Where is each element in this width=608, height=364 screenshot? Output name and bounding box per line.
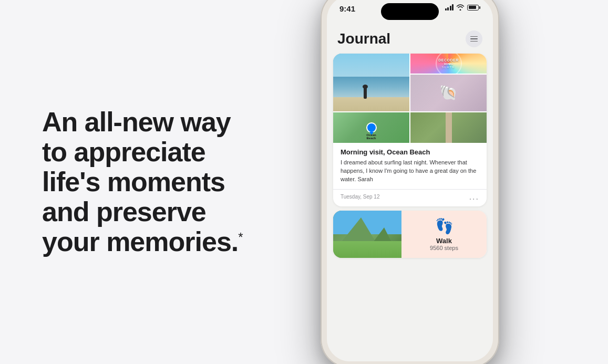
podcast-cover: DECODER RING SLATE [410,54,487,74]
journal-card-2[interactable]: 👣 Walk 9560 steps [333,211,487,258]
app-header: Journal [327,24,493,51]
podcast-source: SLATE [438,66,459,69]
walk-icon: 👣 [435,217,454,235]
card-text: Morning visit, Ocean Beach I dreamed abo… [333,143,487,189]
card-footer: Tuesday, Sep 12 ... [333,189,487,206]
app-content[interactable]: Journal [327,24,493,361]
journal-card-1[interactable]: DECODER RING SLATE 🐚 OceanBeach [333,54,487,206]
card-images: DECODER RING SLATE 🐚 OceanBeach [333,54,487,143]
wifi-icon [456,4,465,11]
headline-line4: and preserve [42,196,206,227]
footnote-marker: * [238,230,242,244]
entry-body: I dreamed about surfing last night. When… [341,159,479,184]
shell-icon: 🐚 [439,84,458,101]
headline-line1: An all-new way [42,107,231,137]
walk-steps: 9560 steps [430,245,458,251]
entry-title: Morning visit, Ocean Beach [341,148,479,156]
status-icons [445,4,481,11]
menu-button[interactable] [466,30,482,47]
shell-photo: 🐚 [410,75,487,112]
battery-icon [467,5,480,11]
headline-line2: to appreciate [42,137,205,167]
menu-line-2 [470,38,478,39]
map-location-dot [366,122,377,133]
menu-line-1 [470,36,478,37]
iphone-frame: 9:41 [321,0,499,364]
headline: An all-new way to appreciate life's mome… [42,107,243,257]
entry-date: Tuesday, Sep 12 [341,194,380,200]
app-title: Journal [337,30,390,47]
map-tile: OceanBeach [333,112,409,143]
dynamic-island [381,3,439,20]
beach-photo [333,54,409,111]
podcast-title-decoder: DECODER [438,58,459,63]
status-time: 9:41 [339,4,355,13]
walk-card: 👣 Walk 9560 steps [401,211,487,258]
left-section: An all-new way to appreciate life's mome… [0,76,294,289]
right-section: 9:41 [294,0,608,364]
headline-line3: life's moments [42,167,225,197]
mountain-photo [333,211,401,258]
road-photo [410,112,487,143]
menu-line-3 [470,41,478,42]
signal-icon [445,4,454,11]
map-label: OceanBeach [366,133,376,140]
more-options[interactable]: ... [469,193,479,201]
headline-line5: your memories. [42,226,238,257]
walk-title: Walk [436,237,452,245]
iphone-screen: 9:41 [327,0,493,361]
